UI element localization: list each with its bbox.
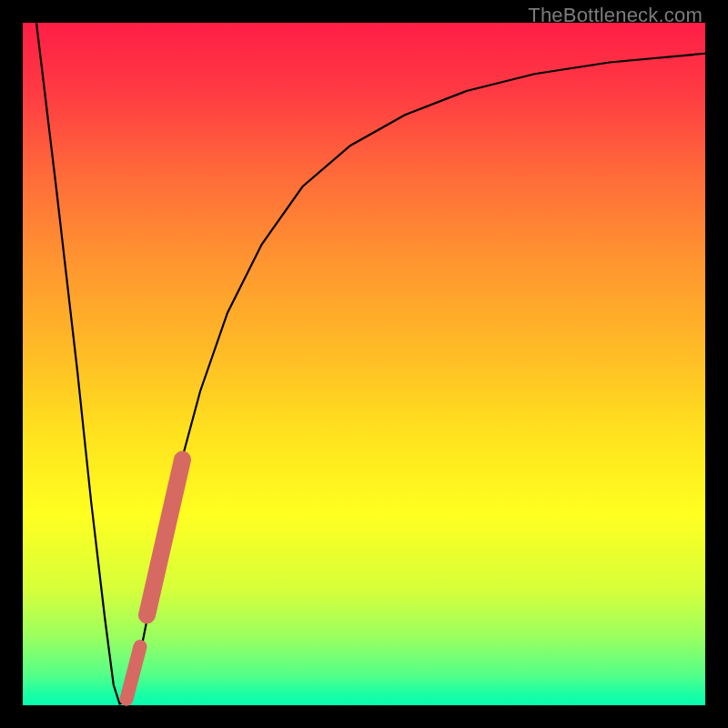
- chart-frame: TheBottleneck.com: [0, 0, 728, 728]
- watermark-text: TheBottleneck.com: [528, 4, 703, 27]
- chart-svg: [0, 0, 728, 728]
- plot-background: [23, 23, 705, 705]
